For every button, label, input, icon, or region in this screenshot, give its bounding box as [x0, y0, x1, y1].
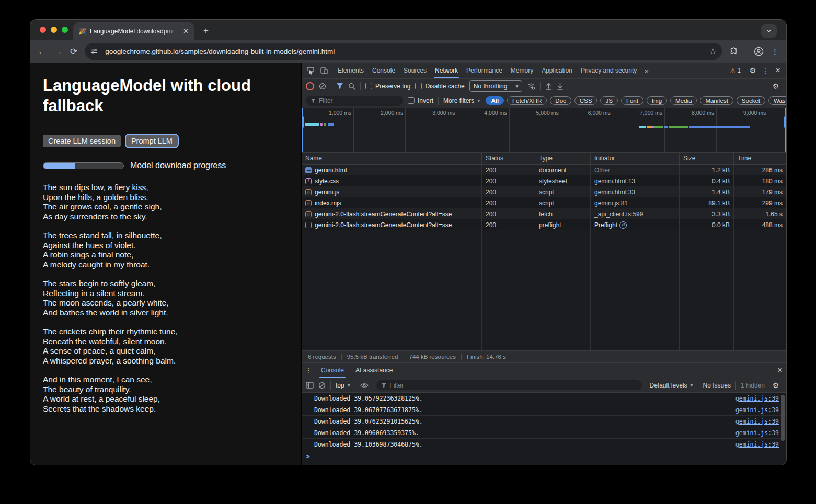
invert-checkbox[interactable]: Invert	[408, 97, 433, 104]
console-settings-gear-icon[interactable]: ⚙	[769, 381, 782, 390]
clear-console-icon[interactable]	[318, 382, 326, 389]
devtools-close-icon[interactable]: ×	[772, 63, 784, 78]
create-llm-session-button[interactable]: Create LLM session	[43, 135, 121, 147]
console-message-source-link[interactable]: gemini.js:39	[735, 395, 779, 402]
request-initiator-link[interactable]: gemini.html:13	[594, 178, 635, 185]
export-har-icon[interactable]	[557, 83, 564, 90]
issues-warning-badge[interactable]: ⚠ 1	[727, 63, 744, 78]
checkbox-box[interactable]	[415, 83, 422, 89]
checkbox-box[interactable]	[365, 83, 372, 89]
address-bar[interactable]: googlechrome.github.io/samples/downloadi…	[85, 43, 722, 60]
console-message-source-link[interactable]: gemini.js:39	[735, 418, 779, 425]
forward-icon[interactable]: →	[54, 47, 63, 56]
import-har-icon[interactable]	[545, 83, 552, 90]
console-message-source-link[interactable]: gemini.js:39	[735, 406, 779, 414]
search-icon[interactable]	[348, 83, 355, 90]
devtools-menu-kebab-icon[interactable]: ⋮	[759, 63, 772, 78]
filter-chip-css[interactable]: CSS	[574, 96, 597, 105]
devtools-tab-elements[interactable]: Elements	[334, 63, 368, 78]
preserve-log-checkbox[interactable]: Preserve log	[365, 83, 410, 90]
devtools-tab-performance[interactable]: Performance	[462, 63, 507, 78]
more-filters-dropdown[interactable]: More filters ▾	[443, 97, 480, 104]
bookmark-star-icon[interactable]: ☆	[709, 46, 717, 56]
column-header-status[interactable]: Status	[482, 153, 535, 164]
devtools-tab-network[interactable]: Network	[431, 63, 462, 78]
checkbox-box[interactable]	[408, 97, 415, 104]
live-expression-eye-icon[interactable]	[360, 382, 369, 389]
devtools-tab-application[interactable]: Application	[537, 63, 577, 78]
issues-status[interactable]: No Issues	[703, 382, 731, 389]
console-message-source-link[interactable]: gemini.js:39	[735, 441, 779, 448]
filter-chip-font[interactable]: Font	[621, 96, 643, 105]
devtools-settings-gear-icon[interactable]: ⚙	[746, 63, 759, 78]
throttling-dropdown[interactable]: No throttling ▾	[469, 80, 523, 92]
filter-funnel-icon[interactable]	[336, 83, 343, 89]
drawer-menu-kebab-icon[interactable]: ⋮	[302, 363, 315, 378]
console-message-row[interactable]: Downloaded 39.10369873046875%.gemini.js:…	[302, 439, 786, 450]
tab-search-chevron-icon[interactable]	[761, 24, 777, 38]
extensions-puzzle-icon[interactable]	[729, 46, 739, 56]
network-request-row[interactable]: ()index.mjs200scriptgemini.js:8189.1 kB2…	[302, 197, 786, 208]
network-settings-gear-icon[interactable]: ⚙	[769, 82, 782, 90]
inspect-element-icon[interactable]	[304, 63, 317, 78]
drawer-close-icon[interactable]: ×	[774, 363, 786, 378]
timeline-right-handle[interactable]	[785, 108, 786, 152]
back-icon[interactable]: ←	[38, 47, 47, 56]
column-header-time[interactable]: Time	[734, 153, 786, 164]
console-message-source-link[interactable]: gemini.js:39	[735, 429, 779, 437]
console-message-row[interactable]: Downloaded 39.05792236328125%.gemini.js:…	[302, 393, 786, 404]
request-initiator-link[interactable]: _api_client.ts:599	[594, 210, 643, 218]
console-message-row[interactable]: Downloaded 39.0960693359375%.gemini.js:3…	[302, 427, 786, 439]
network-request-row[interactable]: ()gemini-2.0-flash:streamGenerateContent…	[302, 208, 786, 219]
console-scrollbar-thumb[interactable]	[781, 395, 785, 441]
site-settings-icon[interactable]	[88, 45, 100, 57]
console-message-row[interactable]: Downloaded 39.07623291015625%.gemini.js:…	[302, 416, 786, 427]
filter-chip-all[interactable]: All	[486, 96, 504, 105]
column-header-size[interactable]: Size	[680, 153, 734, 164]
column-header-type[interactable]: Type	[535, 153, 591, 164]
devtools-tab-privacy-and-security[interactable]: Privacy and security	[577, 63, 641, 78]
filter-chip-fetch-xhr[interactable]: Fetch/XHR	[507, 96, 547, 105]
console-sidebar-icon[interactable]	[306, 382, 314, 389]
filter-chip-doc[interactable]: Doc	[550, 96, 571, 105]
filter-chip-media[interactable]: Media	[670, 96, 697, 105]
column-header-initiator[interactable]: Initiator	[591, 153, 680, 164]
network-request-row[interactable]: gemini.html200documentOther1.2 kB286 ms	[302, 165, 786, 175]
browser-tab[interactable]: 🎉 LanguageModel downloadpro ✕	[73, 22, 194, 40]
maximize-window-button[interactable]	[62, 27, 68, 33]
request-initiator-link[interactable]: gemini.html:33	[594, 189, 635, 196]
more-tabs-icon[interactable]: »	[641, 63, 652, 78]
network-request-row[interactable]: gemini-2.0-flash:streamGenerateContent?a…	[302, 219, 786, 230]
console-context-dropdown[interactable]: top ▾	[336, 382, 350, 389]
minimize-window-button[interactable]	[51, 27, 57, 33]
drawer-tab-ai-assistance[interactable]: AI assistance	[350, 363, 398, 378]
url-text[interactable]: googlechrome.github.io/samples/downloadi…	[105, 48, 704, 55]
filter-chip-js[interactable]: JS	[600, 96, 617, 105]
network-request-row[interactable]: ()gemini.js200scriptgemini.html:331.4 kB…	[302, 186, 786, 197]
timeline-left-handle[interactable]	[302, 108, 303, 152]
browser-menu-kebab-icon[interactable]: ⋮	[771, 48, 779, 55]
request-initiator-link[interactable]: gemini.js:81	[594, 200, 628, 207]
new-tab-button[interactable]: +	[199, 24, 213, 38]
device-toolbar-icon[interactable]	[317, 63, 331, 78]
hidden-messages-count[interactable]: 1 hidden	[741, 382, 765, 389]
filter-chip-img[interactable]: Img	[647, 96, 667, 105]
filter-chip-socket[interactable]: Socket	[737, 96, 765, 105]
network-timeline-overview[interactable]: 1,000 ms2,000 ms3,000 ms4,000 ms5,000 ms…	[302, 108, 786, 153]
column-header-name[interactable]: Name	[302, 153, 482, 164]
reload-icon[interactable]: ⟳	[70, 47, 77, 56]
prompt-llm-button[interactable]: Prompt LLM	[126, 135, 178, 147]
profile-avatar-icon[interactable]	[754, 46, 764, 56]
devtools-tab-console[interactable]: Console	[368, 63, 399, 78]
console-message-row[interactable]: Downloaded 39.06707763671875%.gemini.js:…	[302, 404, 786, 416]
network-filter-input[interactable]	[319, 97, 398, 104]
filter-chip-wasm[interactable]: Wasm	[768, 96, 786, 105]
default-levels-dropdown[interactable]: Default levels ▾	[650, 382, 693, 389]
disable-cache-checkbox[interactable]: Disable cache	[415, 83, 464, 90]
clear-network-log-icon[interactable]	[319, 83, 326, 90]
console-prompt-row[interactable]: >	[302, 450, 786, 462]
drawer-tab-console[interactable]: Console	[315, 363, 350, 378]
devtools-tab-memory[interactable]: Memory	[507, 63, 537, 78]
close-window-button[interactable]	[40, 27, 46, 33]
network-request-row[interactable]: /style.css200stylesheetgemini.html:130.4…	[302, 175, 786, 186]
